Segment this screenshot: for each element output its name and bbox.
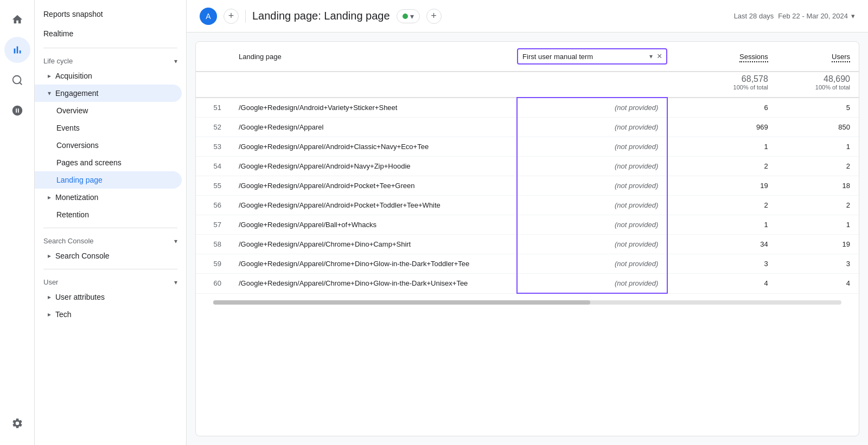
not-provided-value: (not provided) [615, 123, 658, 131]
total-sessions-cell: 68,578 100% of total [667, 72, 777, 98]
row-index: 60 [196, 274, 230, 294]
not-provided-value: (not provided) [615, 143, 658, 151]
row-page: /Google+Redesign/Apparel [230, 118, 517, 137]
tech-arrow-icon: ▸ [48, 311, 51, 318]
row-index: 57 [196, 215, 230, 235]
row-page: /Google+Redesign/Apparel/Chrome+Dino+Glo… [230, 254, 517, 274]
sidebar-item-overview[interactable]: Overview [35, 102, 182, 119]
filter-chevron-icon: ▾ [649, 53, 653, 60]
sidebar-item-tech[interactable]: ▸ Tech [35, 306, 182, 323]
total-sessions-pct: 100% of total [676, 84, 768, 91]
total-users-value: 48,690 [786, 74, 850, 84]
row-sessions: 969 [667, 118, 777, 137]
home-icon-button[interactable] [4, 7, 30, 33]
row-index: 53 [196, 137, 230, 157]
dimension-filter-box[interactable]: First user manual term ▾ × [517, 48, 667, 65]
user-attributes-label: User attributes [55, 293, 105, 301]
reports-icon-button[interactable] [4, 37, 30, 63]
col-sessions-header: Sessions [667, 42, 777, 72]
row-users: 2 [777, 157, 859, 176]
row-index: 56 [196, 196, 230, 215]
tech-label: Tech [55, 310, 72, 319]
table-body: 51 /Google+Redesign/Android+Variety+Stic… [196, 98, 859, 293]
row-page: /Google+Redesign/Apparel/Android+Navy+Zi… [230, 157, 517, 176]
row-dimension: (not provided) [517, 196, 667, 215]
row-users: 5 [777, 98, 859, 118]
not-provided-value: (not provided) [615, 182, 658, 190]
row-users: 850 [777, 118, 859, 137]
realtime-label: Realtime [43, 29, 73, 38]
row-sessions: 6 [667, 98, 777, 118]
sidebar-item-pages-and-screens[interactable]: Pages and screens [35, 154, 182, 171]
advertising-icon-button[interactable] [4, 98, 30, 124]
avatar[interactable]: A [200, 8, 217, 25]
search-console-collapse-icon[interactable]: ▾ [174, 237, 177, 245]
not-provided-value: (not provided) [615, 162, 658, 170]
table-row: 53 /Google+Redesign/Apparel/Android+Clas… [196, 137, 859, 157]
pages-and-screens-label: Pages and screens [56, 158, 122, 167]
lifecycle-collapse-icon[interactable]: ▾ [174, 57, 177, 65]
search-console-arrow-icon: ▸ [48, 252, 51, 260]
table-row: 58 /Google+Redesign/Apparel/Chrome+Dino+… [196, 235, 859, 254]
sidebar-item-events[interactable]: Events [35, 119, 182, 137]
row-users: 3 [777, 254, 859, 274]
users-label: Users [832, 53, 850, 62]
row-dimension: (not provided) [517, 118, 667, 137]
top-header: A + Landing page: Landing page ▾ + Last … [187, 0, 868, 33]
table-row: 55 /Google+Redesign/Apparel/Android+Pock… [196, 176, 859, 196]
engagement-arrow-icon: ▾ [48, 89, 51, 97]
sidebar-item-conversions[interactable]: Conversions [35, 137, 182, 154]
row-sessions: 19 [667, 176, 777, 196]
add-report-button[interactable]: + [426, 9, 442, 24]
sidebar-item-monetization[interactable]: ▸ Monetization [35, 189, 182, 206]
col-index-header [196, 42, 230, 72]
sidebar-item-user-attributes[interactable]: ▸ User attributes [35, 288, 182, 306]
table-header-row: Landing page First user manual term ▾ × … [196, 42, 859, 72]
not-provided-value: (not provided) [615, 240, 658, 248]
row-sessions: 3 [667, 254, 777, 274]
reports-snapshot-label: Reports snapshot [43, 10, 103, 18]
total-sessions-value: 68,578 [676, 74, 768, 84]
sidebar-item-engagement[interactable]: ▾ Engagement [35, 85, 182, 102]
row-sessions: 2 [667, 157, 777, 176]
sidebar-item-realtime[interactable]: Realtime [35, 24, 182, 43]
col-users-header: Users [777, 42, 859, 72]
table-row: 54 /Google+Redesign/Apparel/Android+Navy… [196, 157, 859, 176]
user-section-label: User [43, 278, 58, 286]
monetization-arrow-icon: ▸ [48, 194, 51, 201]
row-sessions: 4 [667, 274, 777, 294]
row-dimension: (not provided) [517, 274, 667, 294]
filter-close-icon[interactable]: × [657, 51, 662, 61]
search-console-section-label: Search Console [43, 237, 94, 245]
row-index: 51 [196, 98, 230, 118]
page-title: Landing page: Landing page [252, 10, 390, 22]
status-pill[interactable]: ▾ [397, 9, 420, 23]
row-page: /Google+Redesign/Apparel/Chrome+Dino+Glo… [230, 274, 517, 294]
horizontal-scrollbar[interactable] [213, 300, 841, 305]
row-page: /Google+Redesign/Apparel/Android+Pocket+… [230, 176, 517, 196]
overview-label: Overview [56, 106, 88, 115]
row-index: 52 [196, 118, 230, 137]
row-users: 1 [777, 215, 859, 235]
not-provided-value: (not provided) [615, 221, 658, 229]
sidebar-item-landing-page[interactable]: Landing page [35, 171, 182, 189]
sidebar-item-reports-snapshot[interactable]: Reports snapshot [35, 4, 182, 24]
date-range-picker[interactable]: Feb 22 - Mar 20, 2024 ▾ [778, 12, 855, 20]
table-row: 57 /Google+Redesign/Apparel/Ball+of+Whac… [196, 215, 859, 235]
row-users: 1 [777, 137, 859, 157]
sidebar-item-acquisition[interactable]: ▸ Acquisition [35, 67, 182, 85]
lifecycle-label: Life cycle [43, 57, 73, 65]
not-provided-value: (not provided) [615, 201, 658, 209]
settings-icon-button[interactable] [4, 410, 30, 436]
scroll-bar-area [196, 294, 859, 311]
engagement-label: Engagement [55, 89, 98, 98]
row-users: 19 [777, 235, 859, 254]
user-collapse-icon[interactable]: ▾ [174, 279, 177, 286]
sidebar-item-retention[interactable]: Retention [35, 206, 182, 223]
add-comparison-button[interactable]: + [224, 9, 239, 24]
explore-icon-button[interactable] [4, 67, 30, 93]
user-attributes-arrow-icon: ▸ [48, 293, 51, 301]
chevron-down-icon: ▾ [410, 12, 414, 21]
sidebar-item-search-console[interactable]: ▸ Search Console [35, 247, 182, 265]
table-row: 52 /Google+Redesign/Apparel (not provide… [196, 118, 859, 137]
